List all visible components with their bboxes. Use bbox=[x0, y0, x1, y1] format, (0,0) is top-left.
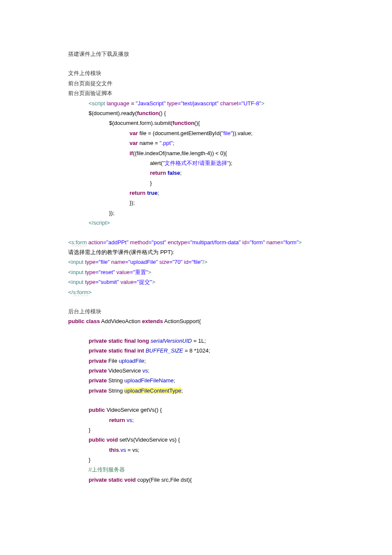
code-line: var file = (document.getElementById("fil… bbox=[68, 128, 324, 138]
code-line: return false; bbox=[68, 168, 324, 178]
code-line: </script> bbox=[68, 218, 324, 228]
code-line: return true; bbox=[68, 188, 324, 198]
code-line: alert("文件格式不对!请重新选择"); bbox=[68, 158, 324, 168]
doc-title: 搭建课件上传下载及播放 bbox=[68, 49, 324, 59]
code-comment: //上传到服务器 bbox=[68, 465, 324, 474]
code-line: return vs; bbox=[68, 415, 324, 425]
code-line: } bbox=[68, 425, 324, 435]
code-line: $(document.form).submit(function(){ bbox=[68, 118, 324, 128]
code-line: }); bbox=[68, 198, 324, 208]
code-line: this.vs = vs; bbox=[68, 445, 324, 455]
code-line: </s:form> bbox=[68, 287, 324, 297]
code-line: private File uploadFile; bbox=[68, 356, 324, 366]
code-line: }); bbox=[68, 208, 324, 218]
code-line: if((file.indexOf(name,file.length-4)) < … bbox=[68, 148, 324, 158]
code-line: private static final long serialVersionU… bbox=[68, 336, 324, 346]
code-line: private static final int BUFFER_SIZE = 8… bbox=[68, 346, 324, 356]
code-line: <s:form action="addPPt" method="post" en… bbox=[68, 237, 324, 247]
code-line: <input type="submit" value="提交"> bbox=[68, 277, 324, 287]
code-line: <script language = "JavaScript" type="te… bbox=[68, 98, 324, 108]
code-line: <input type="reset" value="重置"> bbox=[68, 267, 324, 277]
code-line: public VideoService getVs() { bbox=[68, 405, 324, 415]
code-line: private String uploadFileFileName; bbox=[68, 376, 324, 385]
code-line: public void setVs(VideoService vs) { bbox=[68, 435, 324, 445]
heading-frontend-validate: 前台页面验证脚本 bbox=[68, 88, 324, 98]
document-page: { "title": "搭建课件上传下载及播放", "headings": { … bbox=[0, 0, 392, 555]
heading-upload-module: 文件上传模块 bbox=[68, 68, 324, 78]
code-line: } bbox=[68, 178, 324, 188]
code-line: 请选择需上传的教学课件(课件格式为 PPT): bbox=[68, 247, 324, 257]
code-line: private String uploadFileContentType; bbox=[68, 386, 324, 396]
code-line: $(document).ready(function() { bbox=[68, 108, 324, 118]
heading-backend-upload: 后台上传模块 bbox=[68, 306, 324, 316]
code-line: public class AddVideoAction extends Acti… bbox=[68, 316, 324, 326]
code-line: } bbox=[68, 455, 324, 465]
code-line: <input type="file" name="uploadFile" siz… bbox=[68, 257, 324, 267]
heading-frontend-submit: 前台页面提交文件 bbox=[68, 78, 324, 88]
code-line: private static void copy(File src,File d… bbox=[68, 475, 324, 485]
code-line: private VideoService vs; bbox=[68, 366, 324, 376]
code-line: var name = ".ppt"; bbox=[68, 138, 324, 148]
